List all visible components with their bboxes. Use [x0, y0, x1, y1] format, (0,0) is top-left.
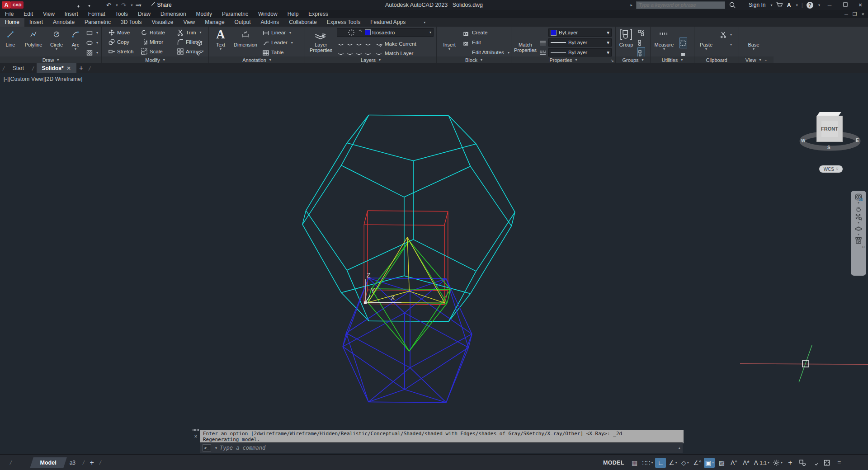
- layer-thaw-tool-icon[interactable]: [356, 50, 363, 57]
- panel-properties-footer[interactable]: Properties▾ ↘: [511, 56, 615, 63]
- clean-screen-button[interactable]: [821, 458, 832, 468]
- tab-view[interactable]: View: [178, 18, 200, 27]
- menu-help[interactable]: Help: [283, 11, 304, 17]
- menu-format[interactable]: Format: [83, 11, 110, 17]
- cut-button[interactable]: ▾: [720, 29, 732, 39]
- panel-utilities-footer[interactable]: Utilities▾: [651, 56, 694, 63]
- share-button[interactable]: Share: [148, 1, 172, 9]
- file-tab-start[interactable]: Start: [7, 63, 29, 73]
- erase-button[interactable]: [196, 28, 203, 38]
- tab-annotate[interactable]: Annotate: [48, 18, 80, 27]
- linetype-icon[interactable]: [539, 49, 546, 56]
- properties-launcher-icon[interactable]: ↘: [610, 58, 614, 63]
- menu-modify[interactable]: Modify: [191, 11, 217, 17]
- command-customize-icon[interactable]: [192, 446, 199, 453]
- offset-button[interactable]: [196, 47, 203, 57]
- layer-on-tool-icon[interactable]: [338, 50, 345, 57]
- explode-button[interactable]: [196, 38, 203, 47]
- undo-button[interactable]: ↶: [104, 1, 114, 9]
- menu-express[interactable]: Express: [303, 11, 333, 17]
- tab-output[interactable]: Output: [230, 18, 256, 27]
- lineweight-icon[interactable]: [539, 39, 546, 46]
- doc-close-button[interactable]: ×: [862, 11, 864, 17]
- view-name-control[interactable]: [Custom View]: [9, 76, 45, 82]
- undo-dropdown[interactable]: ▾: [116, 3, 118, 7]
- circle-button[interactable]: Circle▾: [47, 27, 66, 51]
- wcs-menu[interactable]: WCS▽: [819, 165, 843, 173]
- close-button[interactable]: ×: [854, 1, 866, 9]
- object-snap-toggle[interactable]: ▣▾: [704, 458, 715, 468]
- menu-tools[interactable]: Tools: [110, 11, 133, 17]
- annotation-scale-button[interactable]: Λ 1:1▾: [753, 458, 770, 468]
- ortho-mode-toggle[interactable]: ∟: [655, 458, 666, 468]
- wheel-dropdown[interactable]: ▾: [858, 202, 859, 204]
- select-window-button[interactable]: [679, 38, 687, 48]
- panel-draw-footer[interactable]: Draw▾: [0, 56, 101, 63]
- lineweight-select[interactable]: ByLayer▾: [548, 38, 612, 47]
- paste-button[interactable]: Paste▾: [696, 27, 716, 51]
- panel-annotation-footer[interactable]: Annotation▾: [209, 56, 305, 63]
- scale-button[interactable]: Scale: [141, 47, 177, 56]
- orbit-button[interactable]: [855, 225, 862, 232]
- arc-button[interactable]: Arc▾: [67, 27, 84, 51]
- menu-insert[interactable]: Insert: [60, 11, 83, 17]
- menu-draw[interactable]: Draw: [133, 11, 156, 17]
- minimize-button[interactable]: ─: [824, 1, 835, 9]
- workspace-switching-button[interactable]: ▾: [772, 458, 783, 468]
- group-edit-button[interactable]: [637, 38, 645, 47]
- file-tab-solidos[interactable]: Solidos* ✕: [37, 63, 76, 73]
- layer-properties-button[interactable]: Layer Properties: [307, 27, 335, 53]
- doc-restore-button[interactable]: ❐: [853, 11, 857, 17]
- plot-button[interactable]: [93, 1, 103, 9]
- create-block-button[interactable]: Create: [463, 28, 509, 38]
- leader-button[interactable]: Leader▾: [262, 38, 293, 47]
- model-space-toggle[interactable]: MODEL: [603, 460, 624, 466]
- menu-window[interactable]: Window: [253, 11, 283, 17]
- panel-groups-footer[interactable]: Groups▾: [616, 56, 650, 63]
- linear-button[interactable]: Linear▾: [262, 28, 293, 38]
- ungroup-button[interactable]: [637, 28, 645, 38]
- compass-west[interactable]: W: [801, 138, 805, 143]
- command-expand-icon[interactable]: ▴: [678, 446, 680, 450]
- export-button[interactable]: [71, 1, 81, 9]
- qat-customize-button[interactable]: ═▾: [134, 1, 144, 9]
- object-color-select[interactable]: ByLayer▾: [548, 28, 612, 37]
- tab-add-ins[interactable]: Add-ins: [256, 18, 284, 27]
- save-button[interactable]: [50, 1, 60, 9]
- import-button[interactable]: [82, 1, 92, 9]
- sign-in-dropdown[interactable]: ▾: [770, 3, 772, 7]
- polyline-button[interactable]: Polyline: [21, 27, 46, 47]
- compass-east[interactable]: E: [856, 138, 859, 143]
- measure-button[interactable]: Measure▾: [652, 27, 676, 51]
- line-button[interactable]: Line: [1, 27, 20, 47]
- ribbon-collapse-button[interactable]: ▾: [414, 19, 425, 26]
- make-current-button[interactable]: Make Current: [376, 39, 416, 48]
- restore-button[interactable]: [839, 1, 851, 9]
- sign-in-button[interactable]: Sign In: [740, 1, 765, 9]
- search-expand-icon[interactable]: ▸: [631, 3, 633, 7]
- command-input-row[interactable]: >_ ▾ Type a command ▴: [200, 442, 683, 453]
- ellipse-tool-button[interactable]: ▾: [86, 38, 98, 47]
- zoom-extents-button[interactable]: [855, 213, 862, 221]
- cart-icon[interactable]: [776, 1, 783, 9]
- navbar-customize-icon[interactable]: ⊖: [862, 245, 865, 249]
- new-file-button[interactable]: [28, 1, 38, 9]
- menu-parametric[interactable]: Parametric: [217, 11, 253, 17]
- edit-block-button[interactable]: Edit: [463, 38, 509, 47]
- isolate-objects-button[interactable]: [797, 458, 808, 468]
- pan-button[interactable]: [855, 205, 862, 212]
- search-input[interactable]: [636, 1, 725, 9]
- isometric-drafting-toggle[interactable]: ◇▾: [679, 458, 690, 468]
- menu-file[interactable]: File: [0, 11, 19, 17]
- viewport-menu-control[interactable]: [-]: [4, 76, 9, 82]
- tab-manage[interactable]: Manage: [200, 18, 229, 27]
- tab-3d-tools[interactable]: 3D Tools: [116, 18, 146, 27]
- base-button[interactable]: Base▾: [744, 27, 764, 51]
- tab-insert[interactable]: Insert: [24, 18, 48, 27]
- table-button[interactable]: Table: [262, 47, 293, 57]
- compass-south[interactable]: S: [827, 145, 830, 150]
- command-input[interactable]: Type a command: [220, 445, 265, 451]
- viewcube[interactable]: FRONT: [816, 116, 843, 142]
- command-window-rail[interactable]: ×: [192, 429, 200, 453]
- edit-attributes-button[interactable]: Edit Attributes▾: [463, 47, 509, 57]
